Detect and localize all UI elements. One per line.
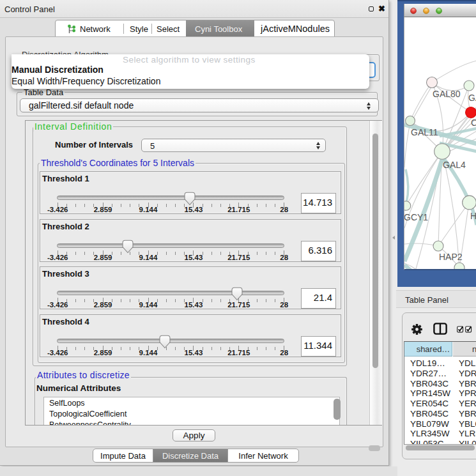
svg-text:GAL80: GAL80 — [433, 89, 461, 99]
svg-text:GCY1: GCY1 — [404, 212, 428, 222]
svg-text:GA: GA — [468, 93, 476, 103]
svg-text:GAL11: GAL11 — [411, 127, 438, 137]
svg-text:HAP2: HAP2 — [439, 252, 463, 262]
svg-text:C: C — [471, 118, 476, 128]
svg-text:GAL4: GAL4 — [443, 160, 466, 170]
svg-text:H: H — [470, 211, 476, 221]
